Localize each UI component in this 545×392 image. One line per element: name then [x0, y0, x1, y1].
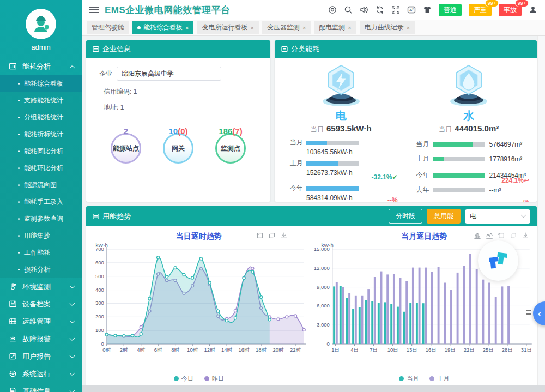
bullet-icon [18, 218, 20, 220]
box-icon[interactable] [510, 232, 517, 239]
bullet-icon [18, 201, 20, 203]
tab-label: 变电所运行看板 [202, 23, 247, 32]
alarm-pill-1[interactable]: 普通 [439, 4, 462, 16]
tab-6[interactable]: 电力曲线记录× [360, 21, 415, 34]
sidebar-group-3[interactable]: 设备档案 [0, 295, 82, 313]
box-icon[interactable] [268, 232, 276, 239]
na-percent: --% [519, 198, 529, 202]
tab-3[interactable]: 变电所运行看板× [197, 21, 258, 34]
legend-item[interactable]: 今日 [174, 375, 193, 383]
alarm-pill-3[interactable]: 事故99+ [499, 4, 522, 16]
legend-item[interactable]: 当月 [399, 375, 419, 383]
sidebar-item-2[interactable]: 支路能耗统计 [0, 92, 82, 109]
close-icon[interactable]: × [250, 25, 253, 31]
sidebar-item-3[interactable]: 分组能耗统计 [0, 109, 82, 126]
bullet-icon [18, 184, 20, 186]
search-icon[interactable] [344, 5, 353, 14]
download-icon[interactable] [280, 232, 288, 239]
device-archive-icon [9, 300, 17, 309]
close-icon[interactable]: × [302, 25, 306, 31]
row-label: 当月 [290, 138, 306, 147]
progress-fill [306, 161, 338, 166]
energy-type-select[interactable]: 电 [465, 209, 530, 224]
svg-text:kW·h: kW·h [96, 243, 108, 248]
close-icon[interactable]: × [348, 25, 351, 31]
sidebar-item-label: 分组能耗统计 [24, 113, 63, 122]
fullscreen-icon[interactable] [391, 5, 400, 14]
sidebar-item-12[interactable]: 损耗分析 [0, 261, 82, 278]
tab-2[interactable]: 能耗综合看板× [132, 21, 193, 34]
scrollbar-track[interactable] [537, 36, 545, 385]
sidebar-item-4[interactable]: 能耗折标统计 [0, 126, 82, 143]
volume-icon[interactable] [360, 5, 368, 14]
sidebar-item-8[interactable]: 能耗手工录入 [0, 194, 82, 210]
sidebar-group-4[interactable]: 运维管理 [0, 313, 82, 330]
legend-label: 上月 [437, 375, 449, 383]
progress-fill [433, 157, 444, 161]
chart-hourly: 当日逐时趋势0100200300400500600700kW·h0时2时4时6时… [86, 226, 312, 383]
legend-item[interactable]: 上月 [429, 375, 449, 383]
sidebar-item-11[interactable]: 工作能耗 [0, 244, 82, 261]
bar-chart-icon[interactable] [474, 232, 481, 239]
tab-4[interactable]: 变压器监测× [262, 21, 311, 34]
circle-target-icon[interactable] [328, 5, 337, 14]
consumption-row: 当月 [290, 138, 397, 147]
sidebar-group-5[interactable]: 故障报警 [0, 330, 82, 348]
line-chart-icon[interactable] [486, 232, 493, 239]
sidebar-group-6[interactable]: 用户报告 [0, 348, 82, 365]
sidebar-item-5[interactable]: 能耗同比分析 [0, 143, 82, 160]
avatar[interactable] [26, 9, 56, 39]
refresh-icon[interactable] [376, 5, 384, 14]
enterprise-panel-header: 企业信息 [86, 40, 270, 58]
sidebar-item-9[interactable]: 监测参数查询 [0, 210, 82, 227]
sidebar-item-label: 能源流向图 [24, 180, 57, 190]
sidebar-group-8[interactable]: 基础信息 [0, 383, 82, 392]
progress-fill [433, 142, 473, 147]
sidebar-group-2[interactable]: 环境监测 [0, 278, 82, 295]
drag-grip-icon[interactable] [526, 309, 531, 316]
tab-label: 配电监测 [319, 23, 345, 32]
electric-hex-icon [286, 62, 397, 110]
tab-5[interactable]: 配电监测× [314, 21, 356, 34]
close-icon[interactable]: × [407, 25, 410, 31]
time-segment-button[interactable]: 分时段 [389, 209, 422, 224]
legend-item[interactable]: 昨日 [204, 375, 224, 383]
row-label: 去年 [416, 185, 433, 195]
sidebar-item-6[interactable]: 能耗环比分析 [0, 160, 82, 177]
total-energy-button[interactable]: 总用能 [427, 209, 461, 224]
legend-dot-icon [174, 376, 179, 381]
sidebar-item-1[interactable]: 能耗综合看板 [0, 75, 82, 92]
enterprise-input[interactable] [117, 67, 221, 81]
sidebar-item-10[interactable]: 用能集抄 [0, 227, 82, 244]
user-icon[interactable] [529, 5, 537, 14]
yoy-percent: 224.1%↩ [501, 177, 529, 184]
stat-value: 186(7) [219, 126, 242, 136]
chevron-down-icon [70, 301, 75, 306]
sidebar-group-1[interactable]: 能耗分析 [0, 58, 82, 75]
content: 企业信息 企业 信用编码: 1 地址: 1 2能源站点10(0)网关186(7)… [82, 36, 545, 392]
energy-type-value: 电 [470, 212, 476, 221]
restore-icon[interactable] [256, 232, 264, 239]
alarm-pill-2[interactable]: 严重99+ [469, 4, 492, 16]
sidebar-group-7[interactable]: 系统运行 [0, 365, 82, 383]
topbar-icons: A²普通严重99+事故99+ [328, 4, 537, 16]
legend-label: 昨日 [212, 375, 224, 383]
download-icon[interactable] [522, 232, 529, 239]
row-value: 103645.56kW·h [306, 148, 397, 156]
legend-label: 当月 [407, 375, 419, 383]
progress-track [306, 161, 359, 166]
sidebar-item-7[interactable]: 能源流向图 [0, 177, 82, 194]
fault-alarm-icon [9, 335, 17, 343]
hamburger-icon[interactable] [89, 5, 99, 15]
svg-text:8时: 8时 [171, 347, 179, 353]
svg-text:6,000: 6,000 [316, 303, 329, 309]
trend-panel-header: 用能趋势 分时段 总用能 电 [86, 206, 537, 226]
tab-1[interactable]: 管理驾驶舱 [87, 21, 129, 34]
username: admin [0, 43, 82, 51]
close-icon[interactable]: × [185, 25, 189, 31]
restore-icon[interactable] [498, 232, 505, 239]
shirt-icon[interactable] [423, 5, 432, 14]
translate-icon[interactable]: A² [407, 5, 416, 14]
today-consumption: 当日6593.5kW·h [286, 124, 397, 134]
consumption-row: 去年--m³ [416, 185, 526, 195]
